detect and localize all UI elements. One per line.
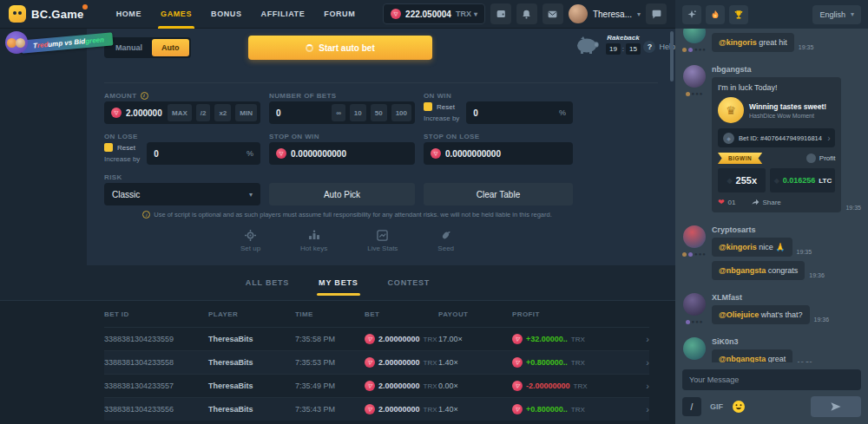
live-stats-button[interactable]: Live Stats xyxy=(367,230,398,252)
chat-message-group: Cryptosarts @kingoris nice 🙏 19:35 @nbga… xyxy=(682,225,861,284)
bet-id-text: Bet ID: #4076447949916814 xyxy=(739,134,823,142)
win-profit-value: 0.016256 xyxy=(783,176,816,185)
mention-link[interactable]: @nbgangsta xyxy=(719,266,766,275)
percent-suffix: % xyxy=(559,108,569,117)
user-name[interactable]: Theresa... xyxy=(593,10,632,19)
tab-contest[interactable]: CONTEST xyxy=(386,273,432,296)
gif-button[interactable]: GIF xyxy=(710,402,723,411)
on-lose-increase-input[interactable] xyxy=(154,149,242,159)
table-row[interactable]: 3388381304233557 TheresaBits 7:35:49 PM … xyxy=(104,374,649,397)
rakeback-widget[interactable]: Rakeback 19 : 15 xyxy=(575,34,641,55)
message-text: congrats xyxy=(768,266,799,275)
messages-button[interactable] xyxy=(542,3,563,24)
nav-bonus[interactable]: BONUS xyxy=(201,0,252,29)
app: BC.Game HOME GAMES BONUS AFFILIATE FORUM… xyxy=(0,0,868,424)
bets-infinity-button[interactable]: ∞ xyxy=(332,104,345,121)
auto-mode-button[interactable]: Auto xyxy=(152,39,189,56)
stop-on-lose-input[interactable] xyxy=(445,149,569,159)
hotkeys-button[interactable]: Hot keys xyxy=(300,230,327,252)
tab-all-bets[interactable]: ALL BETS xyxy=(244,273,291,296)
mention-link[interactable]: @kingoris xyxy=(719,243,757,251)
mention-link[interactable]: @Oliejuice xyxy=(719,310,759,319)
user-avatar[interactable] xyxy=(683,337,706,360)
bcgame-logo[interactable]: BC.Game xyxy=(9,5,84,23)
win-card-title: Winning tastes sweet! xyxy=(749,102,826,111)
amount-min-button[interactable]: MIN xyxy=(235,104,257,121)
clear-table-button[interactable]: Clear Table xyxy=(424,183,573,205)
chat-contest-button[interactable] xyxy=(729,5,748,24)
on-lose-increase-option[interactable]: Increase by xyxy=(104,155,140,163)
rakeback-timer: 19 : 15 xyxy=(606,43,641,55)
amount-max-button[interactable]: MAX xyxy=(168,104,192,121)
table-row[interactable]: 3388381304233559 TheresaBits 7:35:58 PM … xyxy=(104,327,649,350)
promo-banner[interactable]: Tredump vs Bidgreen xyxy=(5,31,113,54)
table-row[interactable]: 3388381304233556 TheresaBits 7:35:43 PM … xyxy=(104,397,649,421)
chat-username[interactable]: SiK0n3 xyxy=(712,29,861,29)
on-lose-reset-option[interactable]: Reset xyxy=(104,143,140,152)
auto-pick-button[interactable]: Auto Pick xyxy=(269,183,415,205)
share-button[interactable]: Share xyxy=(751,198,780,206)
nav-games[interactable]: GAMES xyxy=(151,0,201,29)
user-avatar[interactable] xyxy=(569,4,588,23)
tab-my-bets[interactable]: MY BETS xyxy=(317,273,359,296)
gold-coin-icon xyxy=(718,97,744,123)
chat-command-button[interactable]: / xyxy=(682,397,701,416)
chat-username[interactable]: Cryptosarts xyxy=(712,225,861,234)
like-button[interactable] xyxy=(718,198,725,206)
on-win-increase-option[interactable]: Increase by xyxy=(424,114,459,122)
nav-home[interactable]: HOME xyxy=(107,0,151,29)
nav-affiliate[interactable]: AFFILIATE xyxy=(252,0,315,29)
on-win-increase-input[interactable] xyxy=(473,108,555,118)
bets-100-button[interactable]: 100 xyxy=(391,104,411,121)
chat-message-input[interactable] xyxy=(682,369,861,390)
risk-select[interactable]: Classic xyxy=(104,183,260,205)
nav-forum[interactable]: FORUM xyxy=(314,0,365,29)
user-avatar[interactable] xyxy=(683,225,706,248)
wallet-button[interactable] xyxy=(490,3,511,24)
main-scrollbar-thumb[interactable] xyxy=(670,31,674,82)
chat-username[interactable]: nbgangsta xyxy=(712,65,861,74)
user-avatar[interactable] xyxy=(683,29,706,43)
chat-rain-button[interactable] xyxy=(682,5,701,24)
mention-link[interactable]: @nbgangsta xyxy=(719,355,766,362)
seed-button[interactable]: Seed xyxy=(437,230,454,252)
chat-fireball-button[interactable] xyxy=(706,5,725,24)
bet-amount: 2.00000000 xyxy=(378,382,420,390)
setup-button[interactable]: Set up xyxy=(240,230,260,252)
start-auto-bet-button[interactable]: Start auto bet xyxy=(248,36,432,60)
user-badges xyxy=(686,319,704,324)
chat-username[interactable]: SiK0n3 xyxy=(712,337,861,346)
user-badges xyxy=(686,91,704,96)
on-win-reset-option[interactable]: Reset xyxy=(424,102,459,111)
bet-id-link[interactable]: Bet ID: #4076447949916814 xyxy=(718,128,835,147)
stop-on-win-input[interactable] xyxy=(291,149,411,159)
chat-bubble: @kingoris nice 🙏 xyxy=(712,238,792,257)
amount-input[interactable] xyxy=(126,108,163,118)
user-menu-caret-icon[interactable] xyxy=(637,10,641,18)
emoji-button[interactable] xyxy=(732,400,746,414)
table-row[interactable]: 3388381304233558 TheresaBits 7:35:53 PM … xyxy=(104,350,649,374)
notifications-button[interactable] xyxy=(516,3,537,24)
user-avatar[interactable] xyxy=(683,65,706,88)
bet-currency: TRX xyxy=(424,336,437,343)
bets-10-button[interactable]: 10 xyxy=(350,104,366,121)
send-message-button[interactable] xyxy=(811,396,861,417)
currency-selector[interactable]: TRX xyxy=(456,10,477,18)
balance-display[interactable]: 222.050004 TRX xyxy=(383,3,485,24)
chat-language-select[interactable]: English xyxy=(812,5,861,24)
amount-half-button[interactable]: /2 xyxy=(196,104,211,121)
chat-toggle-button[interactable] xyxy=(646,3,667,24)
mention-link[interactable]: @kingoris xyxy=(719,38,757,47)
bets-50-button[interactable]: 50 xyxy=(371,104,387,121)
percent-suffix: % xyxy=(247,149,257,158)
start-auto-bet-label: Start auto bet xyxy=(319,43,374,53)
spinner-icon xyxy=(306,44,313,52)
number-of-bets-input[interactable] xyxy=(276,108,327,118)
chat-username[interactable]: XLMfast xyxy=(712,293,861,302)
bet-mode-toggle: Manual Auto xyxy=(104,37,191,58)
info-icon[interactable] xyxy=(141,92,148,100)
trx-coin-icon xyxy=(365,381,375,391)
user-avatar[interactable] xyxy=(683,293,706,316)
amount-double-button[interactable]: x2 xyxy=(214,104,231,121)
message-time: 19:35 xyxy=(845,205,861,212)
